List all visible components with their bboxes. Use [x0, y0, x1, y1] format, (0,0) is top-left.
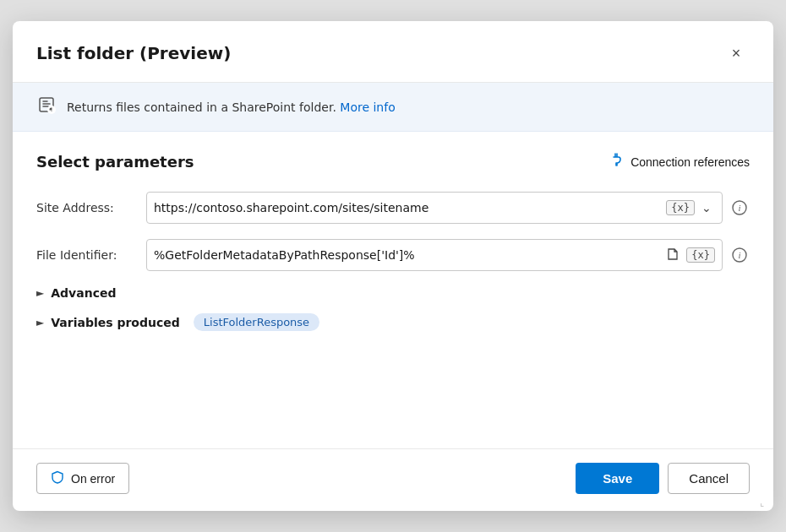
svg-text:i: i [738, 203, 740, 213]
info-banner-icon [36, 95, 57, 119]
dialog-header: List folder (Preview) × [13, 21, 773, 83]
footer-right-buttons: Save Cancel [576, 463, 750, 494]
file-identifier-actions: {x} [663, 246, 715, 265]
select-parameters-title: Select parameters [36, 153, 194, 171]
file-identifier-variable-btn[interactable]: {x} [686, 247, 715, 263]
svg-text:i: i [738, 250, 740, 260]
info-banner: Returns files contained in a SharePoint … [13, 83, 773, 132]
shield-icon [51, 470, 64, 486]
site-address-variable-btn[interactable]: {x} [666, 200, 695, 215]
site-address-input-wrap: {x} ⌄ [146, 192, 723, 224]
file-identifier-input[interactable] [154, 248, 659, 262]
advanced-arrow-icon: ► [36, 287, 44, 299]
file-identifier-file-btn[interactable] [663, 246, 683, 265]
advanced-section[interactable]: ► Advanced [36, 286, 750, 300]
info-banner-text: Returns files contained in a SharePoint … [67, 100, 396, 114]
site-address-actions: {x} ⌄ [666, 199, 715, 216]
variables-section[interactable]: ► Variables produced ListFolderResponse [36, 313, 750, 331]
variables-label: Variables produced [51, 316, 180, 329]
file-identifier-input-wrap: {x} [146, 239, 723, 271]
close-button[interactable]: × [723, 40, 750, 67]
connection-references-label: Connection references [630, 155, 750, 169]
more-info-link[interactable]: More info [340, 100, 395, 114]
cancel-button[interactable]: Cancel [668, 463, 750, 494]
dialog-body: Select parameters Connection references … [13, 132, 773, 448]
list-folder-dialog: List folder (Preview) × Returns files co… [13, 21, 773, 511]
save-button[interactable]: Save [576, 463, 659, 494]
section-header-row: Select parameters Connection references [36, 152, 750, 171]
site-address-input[interactable] [154, 201, 663, 214]
on-error-label: On error [71, 472, 115, 486]
svg-point-2 [52, 111, 52, 111]
variables-badge: ListFolderResponse [194, 313, 319, 331]
plug-icon [609, 152, 624, 171]
resize-handle[interactable]: ⌞ [760, 497, 770, 508]
file-identifier-info-btn[interactable]: i [729, 245, 750, 265]
advanced-label: Advanced [51, 286, 116, 300]
dialog-footer: On error Save Cancel [13, 448, 773, 511]
site-address-info-btn[interactable]: i [729, 198, 750, 218]
connection-references-button[interactable]: Connection references [609, 152, 750, 171]
site-address-chevron-btn[interactable]: ⌄ [698, 199, 715, 216]
on-error-button[interactable]: On error [36, 463, 129, 494]
file-identifier-label: File Identifier: [36, 248, 146, 262]
site-address-row: Site Address: {x} ⌄ i [36, 192, 750, 224]
site-address-label: Site Address: [36, 201, 146, 214]
variables-arrow-icon: ► [36, 317, 44, 328]
file-identifier-row: File Identifier: {x} i [36, 239, 750, 271]
dialog-title: List folder (Preview) [36, 43, 231, 63]
